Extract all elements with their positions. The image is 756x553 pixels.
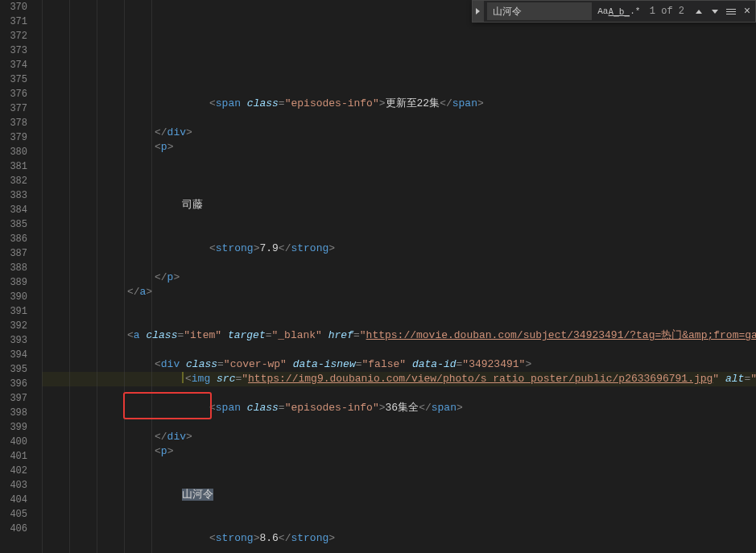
line-number: 391 (0, 304, 27, 319)
line-number: 390 (0, 290, 27, 304)
line-number: 401 (0, 449, 27, 464)
indent-guide (124, 0, 125, 553)
hamburger-icon (726, 9, 736, 14)
line-number: 395 (0, 362, 27, 377)
code-line[interactable] (42, 415, 756, 430)
close-icon: × (744, 6, 750, 17)
find-match-whole-word[interactable]: A̲b̲ (611, 3, 627, 19)
arrow-down-icon (712, 10, 718, 14)
line-number: 377 (0, 101, 27, 116)
line-number: 403 (0, 478, 27, 493)
code-line[interactable] (42, 169, 756, 184)
code-line[interactable] (42, 256, 756, 270)
line-number: 380 (0, 145, 27, 159)
chevron-right-icon (476, 8, 480, 14)
find-next-button[interactable] (707, 3, 723, 19)
code-line[interactable] (42, 299, 756, 314)
line-number: 373 (0, 43, 27, 58)
line-number: 378 (0, 116, 27, 130)
code-content[interactable]: <span class="episodes-info">更新至22集</span… (39, 0, 756, 553)
line-number: 402 (0, 464, 27, 478)
code-line[interactable]: <strong>7.9</strong> (42, 241, 756, 256)
code-line[interactable]: <span class="episodes-info">更新至22集</span… (42, 97, 756, 111)
line-number: 405 (0, 507, 27, 522)
line-number: 384 (0, 203, 27, 217)
line-number: 400 (0, 435, 27, 449)
line-number: 404 (0, 493, 27, 507)
find-input[interactable] (487, 2, 592, 20)
line-number: 383 (0, 188, 27, 203)
line-number: 387 (0, 246, 27, 261)
code-line[interactable] (42, 473, 756, 488)
code-line[interactable]: 司藤 (42, 198, 756, 213)
line-number: 382 (0, 174, 27, 188)
code-line[interactable]: <div class="cover-wp" data-isnew="false"… (42, 357, 756, 372)
line-number: 389 (0, 275, 27, 290)
code-line[interactable] (42, 314, 756, 328)
code-line[interactable]: <span class="episodes-info">36集全</span> (42, 401, 756, 415)
code-line[interactable]: <p> (42, 444, 756, 459)
code-line[interactable] (42, 502, 756, 517)
find-use-regex[interactable]: .* (627, 3, 643, 19)
find-in-selection[interactable] (723, 3, 739, 19)
code-line[interactable] (42, 155, 756, 169)
indent-guide (97, 0, 97, 553)
line-number: 406 (0, 522, 27, 536)
line-number: 397 (0, 391, 27, 406)
code-line[interactable]: <strong>8.6</strong> (42, 531, 756, 546)
code-editor: 3703713723733743753763773783793803813823… (0, 0, 756, 553)
line-number: 399 (0, 420, 27, 435)
code-line[interactable] (42, 386, 756, 401)
line-number: 388 (0, 261, 27, 275)
line-number: 386 (0, 232, 27, 246)
arrow-up-icon (696, 10, 702, 14)
code-line[interactable]: <img src="https://img9.doubanio.com/view… (42, 372, 756, 386)
code-line[interactable]: <a class="item" target="_blank" href="ht… (42, 328, 756, 343)
line-number: 392 (0, 319, 27, 333)
line-number: 374 (0, 58, 27, 72)
line-number: 371 (0, 14, 27, 29)
code-line[interactable] (42, 343, 756, 357)
find-close-button[interactable]: × (739, 3, 755, 19)
code-line[interactable]: <p> (42, 140, 756, 155)
line-number: 393 (0, 333, 27, 348)
find-options: Aa A̲b̲ .* (595, 3, 643, 19)
code-line[interactable] (42, 184, 756, 198)
line-number: 375 (0, 72, 27, 87)
code-line[interactable] (42, 227, 756, 241)
indent-guide (69, 0, 70, 553)
code-line[interactable] (42, 517, 756, 531)
line-number: 396 (0, 377, 27, 391)
code-line[interactable]: 山河令 (42, 488, 756, 502)
code-line[interactable] (42, 111, 756, 126)
line-number: 394 (0, 348, 27, 362)
code-line[interactable] (42, 213, 756, 227)
code-line[interactable] (42, 546, 756, 553)
line-number: 379 (0, 130, 27, 145)
code-line[interactable] (42, 459, 756, 473)
line-number: 385 (0, 217, 27, 232)
code-line[interactable]: </div> (42, 430, 756, 444)
line-number: 372 (0, 29, 27, 43)
line-number: 398 (0, 406, 27, 420)
line-number: 381 (0, 159, 27, 174)
indent-guide (42, 0, 43, 553)
line-number: 370 (0, 0, 27, 14)
find-toggle-replace[interactable] (473, 1, 484, 22)
indent-guide (151, 0, 152, 553)
code-line[interactable]: </div> (42, 126, 756, 140)
line-number: 376 (0, 87, 27, 101)
line-number-gutter: 3703713723733743753763773783793803813823… (0, 0, 39, 553)
find-widget: Aa A̲b̲ .* 1 of 2 × (472, 0, 756, 23)
find-result-count: 1 of 2 (650, 6, 684, 17)
code-line[interactable]: </a> (42, 285, 756, 299)
find-prev-button[interactable] (691, 3, 707, 19)
code-line[interactable]: </p> (42, 270, 756, 285)
